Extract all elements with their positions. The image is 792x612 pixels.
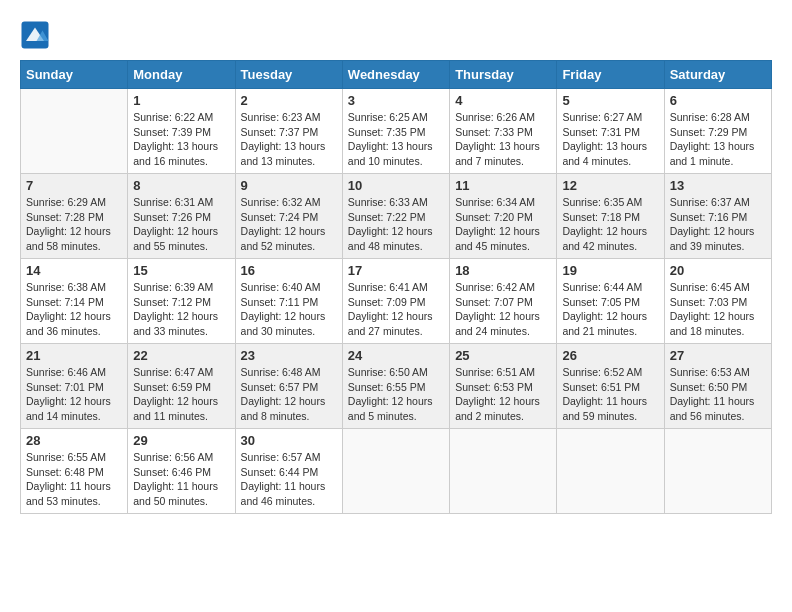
day-info: Sunrise: 6:57 AMSunset: 6:44 PMDaylight:… [241, 450, 337, 509]
day-info: Sunrise: 6:41 AMSunset: 7:09 PMDaylight:… [348, 280, 444, 339]
calendar-cell [21, 89, 128, 174]
calendar-cell: 30Sunrise: 6:57 AMSunset: 6:44 PMDayligh… [235, 429, 342, 514]
day-number: 3 [348, 93, 444, 108]
calendar-table: SundayMondayTuesdayWednesdayThursdayFrid… [20, 60, 772, 514]
weekday-header-tuesday: Tuesday [235, 61, 342, 89]
day-number: 19 [562, 263, 658, 278]
day-number: 22 [133, 348, 229, 363]
calendar-cell: 27Sunrise: 6:53 AMSunset: 6:50 PMDayligh… [664, 344, 771, 429]
weekday-header-wednesday: Wednesday [342, 61, 449, 89]
calendar-cell: 21Sunrise: 6:46 AMSunset: 7:01 PMDayligh… [21, 344, 128, 429]
day-info: Sunrise: 6:53 AMSunset: 6:50 PMDaylight:… [670, 365, 766, 424]
day-info: Sunrise: 6:40 AMSunset: 7:11 PMDaylight:… [241, 280, 337, 339]
week-row-3: 14Sunrise: 6:38 AMSunset: 7:14 PMDayligh… [21, 259, 772, 344]
calendar-cell: 6Sunrise: 6:28 AMSunset: 7:29 PMDaylight… [664, 89, 771, 174]
calendar-cell: 1Sunrise: 6:22 AMSunset: 7:39 PMDaylight… [128, 89, 235, 174]
day-number: 9 [241, 178, 337, 193]
weekday-header-monday: Monday [128, 61, 235, 89]
day-info: Sunrise: 6:28 AMSunset: 7:29 PMDaylight:… [670, 110, 766, 169]
day-number: 18 [455, 263, 551, 278]
calendar-cell [342, 429, 449, 514]
calendar-cell: 25Sunrise: 6:51 AMSunset: 6:53 PMDayligh… [450, 344, 557, 429]
calendar-cell: 3Sunrise: 6:25 AMSunset: 7:35 PMDaylight… [342, 89, 449, 174]
calendar-cell: 29Sunrise: 6:56 AMSunset: 6:46 PMDayligh… [128, 429, 235, 514]
day-info: Sunrise: 6:44 AMSunset: 7:05 PMDaylight:… [562, 280, 658, 339]
day-info: Sunrise: 6:47 AMSunset: 6:59 PMDaylight:… [133, 365, 229, 424]
day-info: Sunrise: 6:27 AMSunset: 7:31 PMDaylight:… [562, 110, 658, 169]
day-info: Sunrise: 6:35 AMSunset: 7:18 PMDaylight:… [562, 195, 658, 254]
day-info: Sunrise: 6:31 AMSunset: 7:26 PMDaylight:… [133, 195, 229, 254]
day-number: 30 [241, 433, 337, 448]
day-info: Sunrise: 6:39 AMSunset: 7:12 PMDaylight:… [133, 280, 229, 339]
calendar-cell [450, 429, 557, 514]
day-info: Sunrise: 6:25 AMSunset: 7:35 PMDaylight:… [348, 110, 444, 169]
week-row-1: 1Sunrise: 6:22 AMSunset: 7:39 PMDaylight… [21, 89, 772, 174]
day-number: 23 [241, 348, 337, 363]
day-number: 26 [562, 348, 658, 363]
calendar-cell: 28Sunrise: 6:55 AMSunset: 6:48 PMDayligh… [21, 429, 128, 514]
page-header [20, 20, 772, 50]
calendar-cell: 10Sunrise: 6:33 AMSunset: 7:22 PMDayligh… [342, 174, 449, 259]
calendar-cell [557, 429, 664, 514]
calendar-cell: 11Sunrise: 6:34 AMSunset: 7:20 PMDayligh… [450, 174, 557, 259]
week-row-4: 21Sunrise: 6:46 AMSunset: 7:01 PMDayligh… [21, 344, 772, 429]
calendar-cell: 16Sunrise: 6:40 AMSunset: 7:11 PMDayligh… [235, 259, 342, 344]
day-info: Sunrise: 6:26 AMSunset: 7:33 PMDaylight:… [455, 110, 551, 169]
weekday-header-saturday: Saturday [664, 61, 771, 89]
day-number: 7 [26, 178, 122, 193]
calendar-cell: 22Sunrise: 6:47 AMSunset: 6:59 PMDayligh… [128, 344, 235, 429]
day-number: 29 [133, 433, 229, 448]
day-info: Sunrise: 6:42 AMSunset: 7:07 PMDaylight:… [455, 280, 551, 339]
weekday-header-sunday: Sunday [21, 61, 128, 89]
calendar-cell: 12Sunrise: 6:35 AMSunset: 7:18 PMDayligh… [557, 174, 664, 259]
calendar-cell: 2Sunrise: 6:23 AMSunset: 7:37 PMDaylight… [235, 89, 342, 174]
weekday-header-thursday: Thursday [450, 61, 557, 89]
day-number: 5 [562, 93, 658, 108]
calendar-cell: 17Sunrise: 6:41 AMSunset: 7:09 PMDayligh… [342, 259, 449, 344]
day-number: 2 [241, 93, 337, 108]
calendar-cell: 14Sunrise: 6:38 AMSunset: 7:14 PMDayligh… [21, 259, 128, 344]
day-number: 6 [670, 93, 766, 108]
day-info: Sunrise: 6:48 AMSunset: 6:57 PMDaylight:… [241, 365, 337, 424]
calendar-cell: 26Sunrise: 6:52 AMSunset: 6:51 PMDayligh… [557, 344, 664, 429]
calendar-cell [664, 429, 771, 514]
calendar-cell: 19Sunrise: 6:44 AMSunset: 7:05 PMDayligh… [557, 259, 664, 344]
calendar-cell: 18Sunrise: 6:42 AMSunset: 7:07 PMDayligh… [450, 259, 557, 344]
calendar-cell: 4Sunrise: 6:26 AMSunset: 7:33 PMDaylight… [450, 89, 557, 174]
day-number: 8 [133, 178, 229, 193]
day-number: 15 [133, 263, 229, 278]
day-info: Sunrise: 6:37 AMSunset: 7:16 PMDaylight:… [670, 195, 766, 254]
day-info: Sunrise: 6:29 AMSunset: 7:28 PMDaylight:… [26, 195, 122, 254]
calendar-cell: 13Sunrise: 6:37 AMSunset: 7:16 PMDayligh… [664, 174, 771, 259]
day-info: Sunrise: 6:34 AMSunset: 7:20 PMDaylight:… [455, 195, 551, 254]
day-number: 16 [241, 263, 337, 278]
calendar-cell: 8Sunrise: 6:31 AMSunset: 7:26 PMDaylight… [128, 174, 235, 259]
calendar-cell: 7Sunrise: 6:29 AMSunset: 7:28 PMDaylight… [21, 174, 128, 259]
day-number: 14 [26, 263, 122, 278]
day-number: 11 [455, 178, 551, 193]
logo [20, 20, 52, 50]
day-number: 13 [670, 178, 766, 193]
day-info: Sunrise: 6:46 AMSunset: 7:01 PMDaylight:… [26, 365, 122, 424]
weekday-header-row: SundayMondayTuesdayWednesdayThursdayFrid… [21, 61, 772, 89]
weekday-header-friday: Friday [557, 61, 664, 89]
calendar-cell: 5Sunrise: 6:27 AMSunset: 7:31 PMDaylight… [557, 89, 664, 174]
day-number: 10 [348, 178, 444, 193]
day-info: Sunrise: 6:45 AMSunset: 7:03 PMDaylight:… [670, 280, 766, 339]
calendar-cell: 15Sunrise: 6:39 AMSunset: 7:12 PMDayligh… [128, 259, 235, 344]
day-number: 25 [455, 348, 551, 363]
day-info: Sunrise: 6:50 AMSunset: 6:55 PMDaylight:… [348, 365, 444, 424]
day-number: 24 [348, 348, 444, 363]
day-number: 27 [670, 348, 766, 363]
day-number: 21 [26, 348, 122, 363]
day-info: Sunrise: 6:51 AMSunset: 6:53 PMDaylight:… [455, 365, 551, 424]
day-info: Sunrise: 6:32 AMSunset: 7:24 PMDaylight:… [241, 195, 337, 254]
day-number: 28 [26, 433, 122, 448]
calendar-cell: 20Sunrise: 6:45 AMSunset: 7:03 PMDayligh… [664, 259, 771, 344]
day-info: Sunrise: 6:23 AMSunset: 7:37 PMDaylight:… [241, 110, 337, 169]
day-info: Sunrise: 6:56 AMSunset: 6:46 PMDaylight:… [133, 450, 229, 509]
day-info: Sunrise: 6:22 AMSunset: 7:39 PMDaylight:… [133, 110, 229, 169]
day-info: Sunrise: 6:52 AMSunset: 6:51 PMDaylight:… [562, 365, 658, 424]
day-number: 1 [133, 93, 229, 108]
day-number: 17 [348, 263, 444, 278]
